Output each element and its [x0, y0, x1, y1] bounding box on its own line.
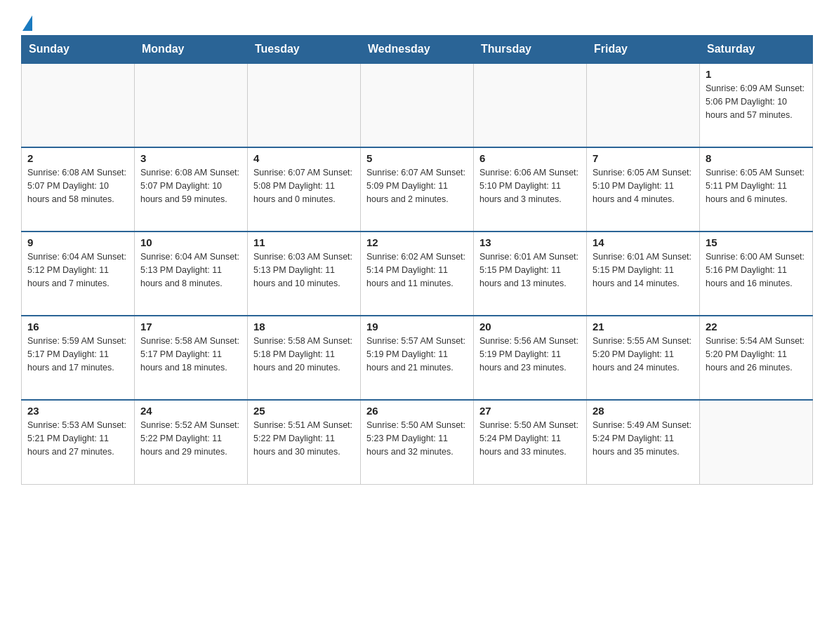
calendar-cell: 25Sunrise: 5:51 AM Sunset: 5:22 PM Dayli…: [248, 400, 361, 484]
logo: [21, 14, 32, 28]
header-cell-monday: Monday: [135, 36, 248, 64]
calendar-cell: 2Sunrise: 6:08 AM Sunset: 5:07 PM Daylig…: [22, 147, 135, 232]
day-info: Sunrise: 6:07 AM Sunset: 5:08 PM Dayligh…: [253, 166, 355, 206]
day-info: Sunrise: 6:09 AM Sunset: 5:06 PM Dayligh…: [706, 82, 807, 121]
day-info: Sunrise: 6:05 AM Sunset: 5:10 PM Dayligh…: [593, 166, 694, 206]
day-number: 19: [366, 321, 468, 333]
calendar-cell: 26Sunrise: 5:50 AM Sunset: 5:23 PM Dayli…: [361, 400, 474, 484]
day-number: 13: [479, 236, 581, 248]
calendar-cell: 1Sunrise: 6:09 AM Sunset: 5:06 PM Daylig…: [700, 63, 813, 147]
logo-triangle-icon: [22, 15, 32, 31]
page-header: [21, 14, 813, 28]
day-info: Sunrise: 5:54 AM Sunset: 5:20 PM Dayligh…: [706, 335, 807, 374]
calendar-cell: 9Sunrise: 6:04 AM Sunset: 5:12 PM Daylig…: [22, 232, 135, 316]
header-cell-saturday: Saturday: [700, 36, 813, 64]
calendar-cell: 15Sunrise: 6:00 AM Sunset: 5:16 PM Dayli…: [700, 232, 813, 316]
day-info: Sunrise: 6:04 AM Sunset: 5:13 PM Dayligh…: [140, 250, 241, 290]
day-number: 25: [253, 405, 355, 417]
calendar-cell: 18Sunrise: 5:58 AM Sunset: 5:18 PM Dayli…: [248, 316, 361, 400]
calendar-cell: [135, 63, 248, 147]
day-info: Sunrise: 5:55 AM Sunset: 5:20 PM Dayligh…: [593, 335, 694, 374]
day-number: 15: [706, 236, 807, 248]
calendar-cell: [587, 63, 700, 147]
day-info: Sunrise: 5:49 AM Sunset: 5:24 PM Dayligh…: [593, 419, 694, 458]
day-number: 2: [27, 152, 128, 164]
day-info: Sunrise: 6:07 AM Sunset: 5:09 PM Dayligh…: [366, 166, 468, 206]
day-info: Sunrise: 5:51 AM Sunset: 5:22 PM Dayligh…: [253, 419, 355, 458]
calendar-cell: 4Sunrise: 6:07 AM Sunset: 5:08 PM Daylig…: [248, 147, 361, 232]
calendar-cell: 10Sunrise: 6:04 AM Sunset: 5:13 PM Dayli…: [135, 232, 248, 316]
header-cell-friday: Friday: [587, 36, 700, 64]
day-info: Sunrise: 6:08 AM Sunset: 5:07 PM Dayligh…: [27, 166, 128, 206]
calendar-cell: 6Sunrise: 6:06 AM Sunset: 5:10 PM Daylig…: [474, 147, 587, 232]
day-info: Sunrise: 6:03 AM Sunset: 5:13 PM Dayligh…: [253, 250, 355, 290]
calendar-cell: 19Sunrise: 5:57 AM Sunset: 5:19 PM Dayli…: [361, 316, 474, 400]
day-number: 14: [593, 236, 694, 248]
calendar-cell: 8Sunrise: 6:05 AM Sunset: 5:11 PM Daylig…: [700, 147, 813, 232]
header-cell-sunday: Sunday: [22, 36, 135, 64]
day-info: Sunrise: 6:05 AM Sunset: 5:11 PM Dayligh…: [706, 166, 807, 206]
calendar-cell: 22Sunrise: 5:54 AM Sunset: 5:20 PM Dayli…: [700, 316, 813, 400]
day-number: 21: [593, 321, 694, 333]
day-number: 3: [140, 152, 241, 164]
calendar-cell: 3Sunrise: 6:08 AM Sunset: 5:07 PM Daylig…: [135, 147, 248, 232]
day-number: 23: [27, 405, 128, 417]
calendar-cell: 20Sunrise: 5:56 AM Sunset: 5:19 PM Dayli…: [474, 316, 587, 400]
day-info: Sunrise: 6:02 AM Sunset: 5:14 PM Dayligh…: [366, 250, 468, 290]
week-row-3: 9Sunrise: 6:04 AM Sunset: 5:12 PM Daylig…: [22, 232, 813, 316]
day-number: 17: [140, 321, 241, 333]
header-cell-tuesday: Tuesday: [248, 36, 361, 64]
calendar-cell: 11Sunrise: 6:03 AM Sunset: 5:13 PM Dayli…: [248, 232, 361, 316]
day-number: 27: [479, 405, 581, 417]
day-number: 24: [140, 405, 241, 417]
calendar-cell: [700, 400, 813, 484]
calendar-cell: 27Sunrise: 5:50 AM Sunset: 5:24 PM Dayli…: [474, 400, 587, 484]
day-info: Sunrise: 5:59 AM Sunset: 5:17 PM Dayligh…: [27, 335, 128, 374]
calendar-cell: [361, 63, 474, 147]
header-cell-thursday: Thursday: [474, 36, 587, 64]
calendar-cell: 16Sunrise: 5:59 AM Sunset: 5:17 PM Dayli…: [22, 316, 135, 400]
week-row-5: 23Sunrise: 5:53 AM Sunset: 5:21 PM Dayli…: [22, 400, 813, 484]
calendar-cell: 21Sunrise: 5:55 AM Sunset: 5:20 PM Dayli…: [587, 316, 700, 400]
day-number: 6: [479, 152, 581, 164]
calendar-cell: [474, 63, 587, 147]
day-number: 1: [706, 68, 807, 80]
day-number: 12: [366, 236, 468, 248]
day-number: 20: [479, 321, 581, 333]
calendar-cell: [248, 63, 361, 147]
day-number: 11: [253, 236, 355, 248]
calendar-cell: 28Sunrise: 5:49 AM Sunset: 5:24 PM Dayli…: [587, 400, 700, 484]
day-info: Sunrise: 6:01 AM Sunset: 5:15 PM Dayligh…: [593, 250, 694, 290]
day-number: 7: [593, 152, 694, 164]
header-row: SundayMondayTuesdayWednesdayThursdayFrid…: [22, 36, 813, 64]
day-info: Sunrise: 5:52 AM Sunset: 5:22 PM Dayligh…: [140, 419, 241, 458]
day-info: Sunrise: 5:50 AM Sunset: 5:24 PM Dayligh…: [479, 419, 581, 458]
day-number: 18: [253, 321, 355, 333]
calendar-table: SundayMondayTuesdayWednesdayThursdayFrid…: [21, 35, 813, 485]
calendar-cell: 23Sunrise: 5:53 AM Sunset: 5:21 PM Dayli…: [22, 400, 135, 484]
day-info: Sunrise: 5:58 AM Sunset: 5:18 PM Dayligh…: [253, 335, 355, 374]
day-info: Sunrise: 5:57 AM Sunset: 5:19 PM Dayligh…: [366, 335, 468, 374]
day-info: Sunrise: 5:53 AM Sunset: 5:21 PM Dayligh…: [27, 419, 128, 458]
calendar-cell: 12Sunrise: 6:02 AM Sunset: 5:14 PM Dayli…: [361, 232, 474, 316]
calendar-cell: 5Sunrise: 6:07 AM Sunset: 5:09 PM Daylig…: [361, 147, 474, 232]
day-info: Sunrise: 6:01 AM Sunset: 5:15 PM Dayligh…: [479, 250, 581, 290]
calendar-cell: 17Sunrise: 5:58 AM Sunset: 5:17 PM Dayli…: [135, 316, 248, 400]
calendar-cell: 7Sunrise: 6:05 AM Sunset: 5:10 PM Daylig…: [587, 147, 700, 232]
day-info: Sunrise: 6:04 AM Sunset: 5:12 PM Dayligh…: [27, 250, 128, 290]
day-number: 26: [366, 405, 468, 417]
calendar-cell: [22, 63, 135, 147]
day-number: 28: [593, 405, 694, 417]
calendar-cell: 13Sunrise: 6:01 AM Sunset: 5:15 PM Dayli…: [474, 232, 587, 316]
day-info: Sunrise: 5:58 AM Sunset: 5:17 PM Dayligh…: [140, 335, 241, 374]
day-number: 8: [706, 152, 807, 164]
day-number: 10: [140, 236, 241, 248]
calendar-cell: 24Sunrise: 5:52 AM Sunset: 5:22 PM Dayli…: [135, 400, 248, 484]
day-info: Sunrise: 6:06 AM Sunset: 5:10 PM Dayligh…: [479, 166, 581, 206]
week-row-1: 1Sunrise: 6:09 AM Sunset: 5:06 PM Daylig…: [22, 63, 813, 147]
header-cell-wednesday: Wednesday: [361, 36, 474, 64]
day-info: Sunrise: 5:50 AM Sunset: 5:23 PM Dayligh…: [366, 419, 468, 458]
day-number: 16: [27, 321, 128, 333]
day-info: Sunrise: 6:08 AM Sunset: 5:07 PM Dayligh…: [140, 166, 241, 206]
day-info: Sunrise: 5:56 AM Sunset: 5:19 PM Dayligh…: [479, 335, 581, 374]
